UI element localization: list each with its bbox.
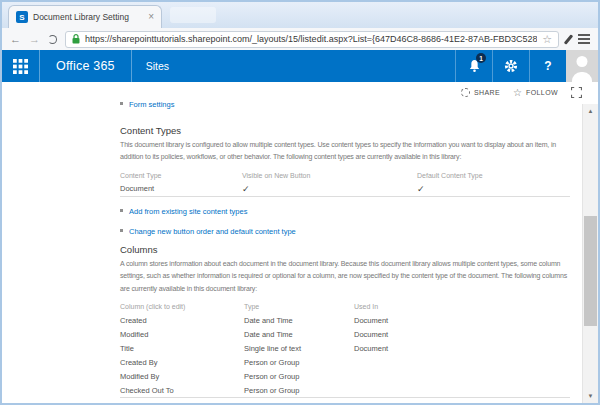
add-content-types-link[interactable]: Add from existing site content types	[120, 204, 570, 217]
browser-toolbar: ← → https://sharepointtutorials.sharepoi…	[2, 28, 598, 50]
browser-tab[interactable]: S Document Library Setting ×	[8, 5, 162, 28]
reload-icon[interactable]	[48, 35, 57, 44]
columns-table: Column (click to edit) Type Used In Crea…	[120, 300, 570, 397]
column-used-in: Document	[354, 330, 570, 339]
browser-tabstrip: S Document Library Setting ×	[2, 2, 598, 28]
page-actions: SHARE ☆ FOLLOW	[461, 87, 582, 98]
address-bar[interactable]: https://sharepointtutorials.sharepoint.c…	[65, 31, 559, 48]
avatar-body-icon	[572, 72, 592, 82]
change-new-button-order-link[interactable]: Change new button order and default cont…	[120, 224, 570, 237]
scroll-up-icon[interactable]: ▲	[583, 104, 598, 118]
column-name-link[interactable]: Title	[120, 344, 244, 353]
scroll-down-icon[interactable]: ▼	[583, 389, 598, 403]
waffle-icon	[13, 59, 28, 74]
column-type: Person or Group	[244, 386, 354, 395]
follow-button[interactable]: ☆ FOLLOW	[513, 88, 558, 98]
column-used-in: Document	[354, 316, 570, 325]
sharepoint-favicon-icon: S	[16, 11, 28, 23]
https-lock-icon	[72, 34, 80, 44]
column-name-link[interactable]: Created By	[120, 358, 244, 367]
square-bullet-icon	[120, 229, 123, 232]
square-bullet-icon	[120, 102, 123, 105]
tab-title: Document Library Setting	[33, 12, 143, 22]
form-settings-link-text[interactable]: Form settings	[129, 100, 174, 109]
column-type: Date and Time	[244, 330, 354, 339]
columns-title: Columns	[120, 244, 570, 255]
help-button[interactable]: ?	[529, 50, 566, 82]
column-name-link[interactable]: Checked Out To	[120, 386, 244, 395]
suite-bar-right: 1 ?	[455, 50, 598, 82]
nav-sites[interactable]: Sites	[132, 50, 183, 82]
table-row: Title Single line of text Document	[120, 341, 570, 355]
form-settings-link[interactable]: Form settings	[120, 93, 174, 111]
share-button[interactable]: SHARE	[461, 88, 500, 97]
column-type: Person or Group	[244, 358, 354, 367]
table-row: Created By Person or Group	[120, 355, 570, 369]
change-new-button-order-link-text[interactable]: Change new button order and default cont…	[129, 227, 296, 236]
user-avatar[interactable]	[566, 50, 598, 82]
scrollbar-thumb[interactable]	[584, 216, 597, 326]
notifications-button[interactable]: 1	[455, 50, 492, 82]
back-icon[interactable]: ←	[10, 34, 21, 45]
settings-main: Content Types This document library is c…	[120, 125, 570, 405]
section-divider	[120, 196, 570, 197]
header-type: Type	[244, 303, 354, 310]
vertical-scrollbar[interactable]: ▲ ▼	[582, 104, 598, 403]
gear-icon	[504, 59, 518, 73]
column-type: Person or Group	[244, 372, 354, 381]
content-type-name-link[interactable]: Document	[120, 184, 242, 193]
column-name-link[interactable]: Modified	[120, 330, 244, 339]
office-365-brand[interactable]: Office 365	[40, 50, 132, 82]
page-workspace: SHARE ☆ FOLLOW Form settings ▲	[2, 82, 598, 403]
browser-window: S Document Library Setting × ← → https:/…	[0, 0, 600, 405]
url-text: https://sharepointtutorials.sharepoint.c…	[85, 34, 537, 44]
header-default-content-type: Default Content Type	[417, 172, 570, 179]
share-label: SHARE	[474, 89, 500, 96]
settings-button[interactable]	[492, 50, 529, 82]
app-launcher-button[interactable]	[2, 50, 40, 82]
help-icon: ?	[544, 59, 551, 73]
columns-description: A column stores information about each d…	[120, 258, 570, 295]
suite-bar: Office 365 Sites 1 ?	[2, 50, 598, 82]
table-row: Modified Date and Time Document	[120, 327, 570, 341]
tab-close-icon[interactable]: ×	[148, 12, 154, 22]
add-content-types-link-text[interactable]: Add from existing site content types	[129, 207, 247, 216]
focus-on-content-button[interactable]	[571, 87, 582, 98]
column-type: Date and Time	[244, 316, 354, 325]
header-used-in: Used In	[354, 303, 570, 310]
table-row: Checked Out To Person or Group	[120, 383, 570, 397]
header-column: Column (click to edit)	[120, 303, 244, 310]
square-bullet-icon	[120, 209, 123, 212]
follow-star-icon: ☆	[513, 88, 522, 98]
table-row: Created Date and Time Document	[120, 313, 570, 327]
table-row: Document ✓ ✓	[120, 182, 570, 196]
content-types-description: This document library is configured to a…	[120, 139, 570, 164]
section-divider	[120, 397, 570, 398]
menu-icon[interactable]	[578, 34, 590, 44]
follow-label: FOLLOW	[526, 89, 558, 96]
table-row: Modified By Person or Group	[120, 369, 570, 383]
header-visible-on-new-button: Visible on New Button	[242, 172, 417, 179]
visible-check-icon: ✓	[242, 184, 417, 194]
content-types-table: Content Type Visible on New Button Defau…	[120, 169, 570, 196]
new-tab-button[interactable]	[170, 7, 216, 23]
bookmark-star-icon[interactable]: ☆	[542, 34, 552, 45]
column-name-link[interactable]: Modified By	[120, 372, 244, 381]
column-type: Single line of text	[244, 344, 354, 353]
column-name-link[interactable]: Created	[120, 316, 244, 325]
column-used-in: Document	[354, 344, 570, 353]
table-header-row: Content Type Visible on New Button Defau…	[120, 169, 570, 182]
focus-icon	[571, 87, 582, 98]
content-types-title: Content Types	[120, 125, 570, 136]
share-icon	[461, 88, 470, 97]
extension-icon[interactable]	[564, 34, 573, 44]
default-check-icon: ✓	[417, 184, 570, 194]
avatar-head-icon	[577, 56, 588, 67]
header-content-type: Content Type	[120, 172, 242, 179]
table-header-row: Column (click to edit) Type Used In	[120, 300, 570, 313]
notification-badge: 1	[476, 53, 486, 63]
forward-icon[interactable]: →	[29, 34, 40, 45]
